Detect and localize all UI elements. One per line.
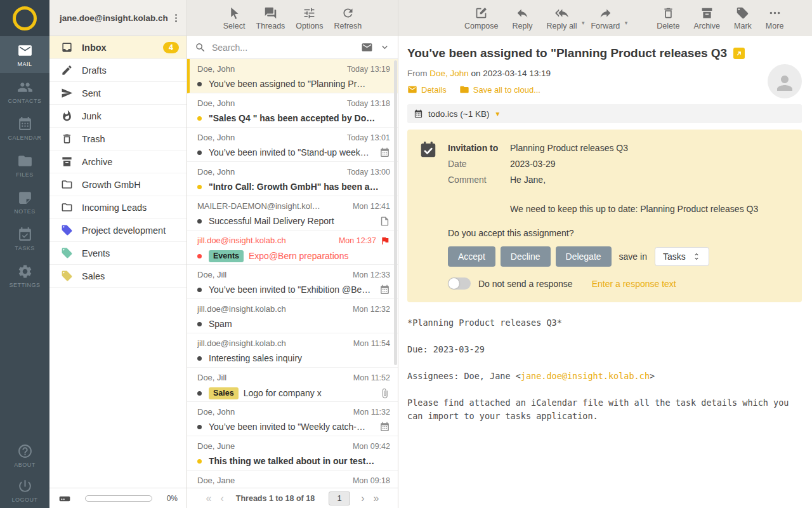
decline-button[interactable]: Decline — [501, 246, 551, 267]
list-item[interactable]: jill.doe@insight.kolab.chMon 12:37 Event… — [187, 231, 398, 265]
app-logo[interactable] — [0, 0, 49, 36]
rail-item-about[interactable]: ABOUT — [0, 438, 49, 473]
invitation-label: Invitation to — [448, 140, 510, 156]
message-subject: You’ve been assigned to "Planning Pr… — [209, 79, 390, 90]
save-folder-select[interactable]: Tasks — [655, 247, 709, 266]
rail-item-settings[interactable]: SETTINGS — [0, 257, 49, 294]
list-item[interactable]: Doe, JohnToday 13:00 "Intro Call: Growth… — [187, 162, 398, 196]
save-all-to-cloud-button[interactable]: Save all to cloud... — [459, 84, 540, 95]
details-toggle[interactable]: Details — [407, 84, 447, 95]
refresh-icon — [341, 6, 355, 20]
folder-item-drafts[interactable]: Drafts — [49, 59, 187, 82]
options-button[interactable]: Options — [293, 6, 325, 30]
delete-button[interactable]: Delete — [654, 6, 682, 30]
folder-label: Events — [82, 248, 110, 258]
sender-link[interactable]: Doe, John — [429, 69, 469, 78]
folder-item-junk[interactable]: Junk — [49, 105, 187, 128]
toggle-knob — [449, 278, 459, 289]
select-button[interactable]: Select — [221, 6, 248, 30]
list-item[interactable]: Doe, JohnMon 11:32 You’ve been invited t… — [187, 402, 398, 436]
rail-item-mail[interactable]: MAIL — [0, 36, 49, 73]
attachment-caret-icon[interactable]: ▼ — [494, 110, 501, 117]
envelope-icon — [407, 84, 417, 95]
forward-caret-icon[interactable]: ▾ — [625, 20, 628, 26]
folder-item-incoming-leads[interactable]: Incoming Leads — [49, 196, 187, 219]
archive-button[interactable]: Archive — [691, 6, 723, 30]
list-scrollbar[interactable] — [394, 60, 397, 365]
folder-list: Inbox 4 Drafts Sent Junk Trash Archiv — [49, 36, 187, 488]
page-number-input[interactable]: 1 — [329, 491, 350, 505]
attachment-bar[interactable]: todo.ics (~1 KB) ▼ — [407, 104, 802, 123]
rail-item-files[interactable]: FILES — [0, 147, 49, 184]
open-in-new-window-button[interactable] — [733, 48, 745, 59]
folder-item-inbox[interactable]: Inbox 4 — [49, 36, 187, 59]
list-item[interactable]: Doe, JillMon 12:33 You’ve been invited t… — [187, 265, 398, 299]
refresh-button[interactable]: Refresh — [331, 6, 364, 30]
rail-item-logout[interactable]: LOGOUT — [0, 473, 49, 508]
list-item[interactable]: Doe, JuneMon 09:42 This thing we talked … — [187, 436, 398, 471]
folder-item-events[interactable]: Events — [49, 242, 187, 265]
reply-button[interactable]: Reply — [510, 6, 535, 30]
folder-label: Archive — [82, 157, 112, 167]
pencil-icon — [61, 64, 73, 76]
list-item[interactable]: Doe, JohnToday 13:18 "Sales Q4 " has bee… — [187, 93, 398, 128]
folder-item-sent[interactable]: Sent — [49, 82, 187, 105]
mark-button[interactable]: Mark — [731, 6, 754, 30]
rail-item-calendar[interactable]: CALENDAR — [0, 110, 49, 147]
save-cloud-label: Save all to cloud... — [473, 85, 540, 95]
folder-item-trash[interactable]: Trash — [49, 128, 187, 150]
folder-item-archive[interactable]: Archive — [49, 150, 187, 173]
list-item[interactable]: jill.doe@insight.kolab.chMon 11:54 Inter… — [187, 333, 398, 368]
delegate-button[interactable]: Delegate — [556, 246, 612, 267]
rail-item-notes[interactable]: NOTES — [0, 184, 49, 220]
forward-icon — [599, 6, 612, 20]
list-item[interactable]: Doe, JillMon 11:52 SalesLogo for company… — [187, 368, 398, 402]
folders-panel: jane.doe@insight.kolab.ch Inbox 4 Drafts… — [49, 0, 187, 508]
accept-button[interactable]: Accept — [448, 246, 495, 267]
message-sender: Doe, John — [197, 98, 342, 109]
next-page-button[interactable]: › — [357, 493, 369, 504]
rail-item-contacts[interactable]: CONTACTS — [0, 73, 49, 110]
more-button[interactable]: More — [763, 6, 786, 30]
reply-all-caret-icon[interactable]: ▾ — [582, 20, 585, 26]
list-item[interactable]: Doe, JaneMon 09:18 — [187, 471, 398, 488]
folder-icon — [17, 153, 33, 169]
folder-item-project-development[interactable]: Project development — [49, 219, 187, 242]
list-item[interactable]: MAILER-DAEMON@insight.kol…Mon 12:41 Succ… — [187, 196, 398, 231]
account-menu-button[interactable] — [169, 11, 183, 25]
search-scope-chevron-down-icon[interactable] — [379, 42, 390, 53]
folder-item-growth-gmbh[interactable]: Growth GmbH — [49, 173, 187, 196]
folder-label: Sales — [82, 271, 105, 281]
reply-all-button[interactable]: Reply all ▾ — [544, 6, 579, 30]
read-dot — [197, 322, 202, 326]
prev-page-button[interactable]: ‹ — [216, 493, 228, 504]
no-response-toggle[interactable] — [448, 277, 471, 290]
message-date: Mon 12:41 — [353, 201, 390, 211]
forward-button[interactable]: Forward ▾ — [588, 6, 622, 30]
list-item[interactable]: Doe, JohnToday 13:01 You’ve been invited… — [187, 128, 398, 162]
tag-badge-sales: Sales — [209, 387, 239, 399]
first-page-button[interactable]: « — [202, 493, 216, 504]
message-body-area: You've been assigned to "Planning Produc… — [398, 36, 812, 508]
comment-line-2: We need to keep this up to date: Plannin… — [510, 201, 758, 217]
inbox-icon — [61, 41, 73, 53]
threads-button[interactable]: Threads — [254, 6, 288, 30]
assignee-email-link[interactable]: jane.doe@insight.kolab.ch — [521, 371, 650, 381]
last-page-button[interactable]: » — [369, 493, 384, 504]
message-date: Mon 11:54 — [353, 338, 390, 349]
rail-item-tasks[interactable]: TASKS — [0, 220, 49, 257]
message-list-panel: Select Threads Options Refresh Doe, — [187, 0, 398, 508]
rail-label: FILES — [16, 171, 34, 178]
search-input[interactable] — [212, 43, 361, 53]
plain-text-body: *Planning Product releases Q3* Due: 2023… — [407, 316, 802, 423]
search-scope-mail-icon[interactable] — [361, 41, 373, 53]
message-list: Doe, JohnToday 13:19 You’ve been assigne… — [187, 59, 398, 488]
tag-badge-events: Events — [209, 250, 244, 262]
message-sender: Doe, Jill — [197, 373, 348, 383]
compose-button[interactable]: Compose — [462, 6, 501, 30]
enter-response-link[interactable]: Enter a response text — [592, 279, 676, 289]
list-item[interactable]: Doe, JohnToday 13:19 You’ve been assigne… — [187, 59, 398, 93]
list-item[interactable]: jill.doe@insight.kolab.chMon 12:32 Spam — [187, 299, 398, 333]
invitation-card: Invitation to Planning Product releases … — [407, 130, 802, 302]
folder-item-sales[interactable]: Sales — [49, 265, 187, 288]
